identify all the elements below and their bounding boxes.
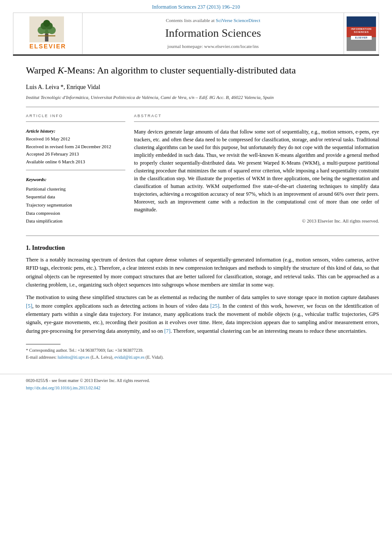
email-1-link[interactable]: luileito@iti.upv.es (57, 355, 89, 360)
keywords-label: Keywords: (26, 176, 125, 183)
sciverse-link[interactable]: SciVerse ScienceDirect (216, 18, 260, 23)
article-info-abstract: ARTICLE INFO Article history: Received 1… (26, 113, 379, 229)
elsevier-logo: ELSEVIER (29, 16, 66, 51)
keyword-5: Data simplification (26, 217, 125, 225)
article-info-column: ARTICLE INFO Article history: Received 1… (26, 113, 125, 229)
received-date: Received 16 May 2012 (26, 135, 125, 143)
info-sciences-badge: INFORMATION SCIENCES ELSEVIER (347, 16, 376, 51)
paper-authors: Luis A. Leiva *, Enrique Vidal (26, 83, 379, 92)
abstract-column: ABSTRACT Many devices generate large amo… (134, 113, 379, 229)
accepted-date: Accepted 26 February 2013 (26, 150, 125, 158)
footnote-block: * Corresponding author. Tel.: +34 963877… (26, 347, 379, 361)
elsevier-tree-icon (29, 16, 64, 42)
keyword-1: Partitional clustering (26, 185, 125, 193)
intro-para-2: The motivation to using these simplified… (26, 293, 379, 335)
paper-body: Warped K-Means: An algorithm to cluster … (0, 56, 392, 369)
elsevier-logo-area: ELSEVIER (13, 13, 83, 54)
paper-title: Warped K-Means: An algorithm to cluster … (26, 64, 379, 77)
keyword-2: Sequential data (26, 193, 125, 201)
footnote-rule (26, 344, 61, 344)
received-revised-date: Received in revised form 24 December 201… (26, 143, 125, 151)
svg-rect-9 (38, 35, 55, 36)
abstract-rule (134, 121, 379, 122)
badge-text: INFORMATION SCIENCES ELSEVIER (351, 28, 371, 40)
journal-header: ELSEVIER Contents lists available at Sci… (13, 13, 379, 55)
article-info-label: ARTICLE INFO (26, 113, 125, 119)
ref-25[interactable]: [25] (210, 303, 219, 309)
email-2-link[interactable]: evidal@iti.upv.es (115, 355, 145, 360)
sciverse-line: Contents lists available at SciVerse Sci… (91, 17, 335, 24)
affiliation-rule (26, 107, 379, 107)
keyword-4: Data compression (26, 209, 125, 217)
ref-7[interactable]: [7] (164, 328, 171, 334)
section-1-title: 1. Introduction (26, 244, 379, 252)
keywords-block: Keywords: Partitional clustering Sequent… (26, 176, 125, 225)
footnote-star-line: * Corresponding author. Tel.: +34 963877… (26, 347, 379, 354)
article-history-label: Article history: (26, 128, 125, 134)
available-date: Available online 6 March 2013 (26, 158, 125, 166)
abstract-text: Many devices generate large amounts of d… (134, 128, 379, 213)
doi-line[interactable]: http://dx.doi.org/10.1016/j.ins.2013.02.… (26, 385, 379, 391)
svg-rect-1 (45, 34, 48, 41)
issn-line: 0020-0255/$ - see front matter © 2013 El… (26, 378, 379, 384)
journal-header-center: Contents lists available at SciVerse Sci… (83, 13, 344, 54)
journal-homepage: journal homepage: www.elsevier.com/locat… (91, 43, 335, 50)
article-info-rule (26, 121, 125, 122)
journal-badge-area: INFORMATION SCIENCES ELSEVIER (344, 13, 379, 54)
keyword-3: Trajectory segmentation (26, 201, 125, 209)
article-dates: Received 16 May 2012 Received in revised… (26, 135, 125, 166)
paper-affiliation: Institut Tecnològic d'Informàtica, Unive… (26, 94, 379, 101)
bottom-bar: 0020-0255/$ - see front matter © 2013 El… (0, 374, 392, 395)
footnote-email-line: E-mail addresses: luileito@iti.upv.es (L… (26, 354, 379, 361)
article-history-block: Article history: Received 16 May 2012 Re… (26, 128, 125, 166)
abstract-label: ABSTRACT (134, 113, 379, 119)
svg-point-8 (43, 20, 50, 27)
intro-para-1: There is a notably increasing spectrum o… (26, 256, 379, 290)
elsevier-wordmark: ELSEVIER (29, 42, 66, 51)
journal-title: Information Sciences (91, 25, 335, 41)
journal-link-bar: Information Sciences 237 (2013) 196–210 (0, 0, 392, 13)
ref-5[interactable]: [5] (26, 303, 32, 309)
dates-rule (26, 170, 125, 170)
section-rule (26, 236, 379, 236)
journal-citation: Information Sciences 237 (2013) 196–210 (0, 0, 392, 13)
copyright: © 2013 Elsevier Inc. All rights reserved… (134, 218, 379, 224)
